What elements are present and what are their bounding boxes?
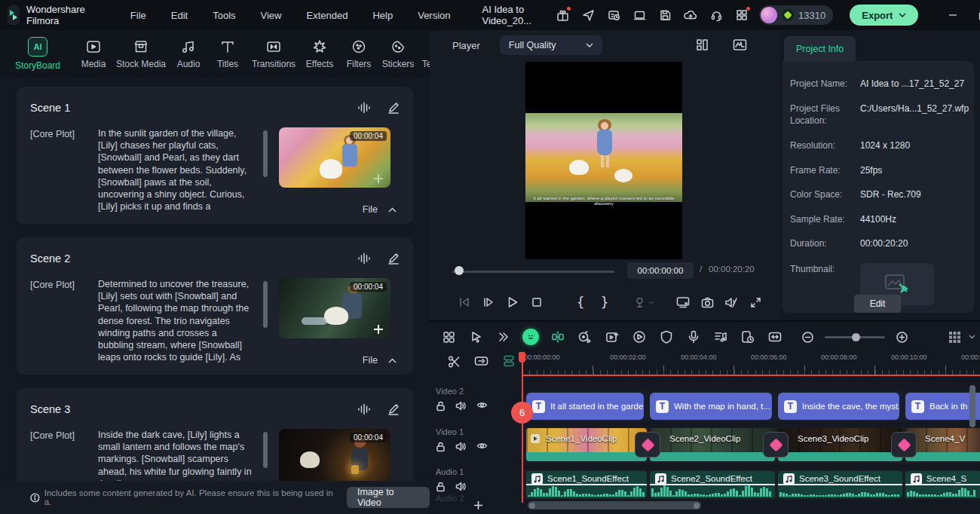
menu-version[interactable]: Version (418, 10, 450, 21)
ai-assistant-icon[interactable] (520, 327, 541, 347)
tab-effects[interactable]: Effects (300, 38, 339, 69)
audio-clip-1[interactable]: Scene1_SoundEffect (526, 471, 647, 498)
track-manager-icon[interactable] (944, 327, 964, 347)
timeline-v-scrollbar[interactable] (969, 385, 975, 427)
quality-dropdown[interactable]: Full Quality (500, 35, 603, 55)
menu-edit[interactable]: Edit (171, 10, 188, 21)
tab-filters[interactable]: Filters (339, 38, 378, 69)
quick-split-icon[interactable] (448, 355, 461, 369)
voiceover-icon[interactable] (357, 102, 371, 114)
mark-in-button[interactable]: { (568, 290, 593, 314)
user-avatar[interactable] (761, 7, 777, 23)
eye-icon[interactable] (476, 442, 488, 452)
video-preview[interactable]: It all started in the garden, where a pl… (525, 62, 682, 259)
menu-tools[interactable]: Tools (213, 10, 235, 21)
link-clips-icon[interactable] (474, 355, 488, 369)
media-browser-icon[interactable] (439, 327, 459, 347)
snap-icon[interactable] (502, 355, 516, 369)
stop-button[interactable] (525, 290, 549, 314)
mute-button[interactable] (719, 290, 743, 314)
play-button[interactable] (501, 290, 525, 314)
clip-duration-icon[interactable] (737, 327, 758, 347)
voiceover-icon[interactable] (357, 252, 371, 265)
scene-1-file-label[interactable]: File (363, 204, 378, 215)
apps-grid-icon[interactable] (729, 5, 755, 26)
timeline-zoom-slider[interactable] (825, 336, 885, 338)
edit-scene-icon[interactable] (387, 252, 400, 265)
chevron-down-icon[interactable] (969, 335, 975, 339)
record-voiceover-icon[interactable] (683, 327, 703, 347)
next-frame-button[interactable] (476, 290, 501, 314)
select-tool-icon[interactable] (466, 327, 486, 347)
edit-scene-icon[interactable] (387, 403, 400, 415)
edit-scene-icon[interactable] (387, 102, 400, 114)
video-clip-2[interactable]: Scene2_VideoClip (650, 428, 775, 461)
lock-icon[interactable] (436, 442, 446, 452)
zoom-out-icon[interactable] (798, 327, 818, 347)
restore-button[interactable] (968, 0, 980, 30)
preview-clip-icon[interactable] (629, 327, 649, 347)
speaker-icon[interactable] (455, 442, 467, 452)
tab-stock-media[interactable]: Stock Media (113, 38, 169, 69)
marker-button[interactable] (627, 290, 660, 314)
menu-view[interactable]: View (261, 10, 282, 21)
audio-clip-4[interactable]: Scene4_S (905, 471, 980, 498)
timeline-ruler[interactable]: 00:00:00:00 00:00:02:00 00:00:04:00 00:0… (522, 352, 980, 378)
device-icon[interactable] (626, 5, 652, 26)
tab-titles[interactable]: Titles (208, 38, 247, 69)
scene-1-text-scrollbar[interactable] (263, 130, 268, 177)
audio-clip-2[interactable]: Scene2_SoundEffect (650, 471, 775, 498)
scene-1-thumbnail[interactable]: 00:00:04 (279, 127, 390, 188)
fullscreen-button[interactable] (743, 290, 767, 314)
more-tools-icon[interactable] (493, 327, 513, 347)
account-coins[interactable]: 13310 (759, 5, 833, 25)
speaker-icon[interactable] (455, 401, 467, 412)
tab-audio[interactable]: Audio (169, 38, 208, 69)
title-clip-3[interactable]: T Inside the cave, the myst... (778, 393, 899, 420)
project-tab-title[interactable]: AI Idea to Video_20... (482, 4, 532, 26)
shield-icon[interactable] (656, 327, 676, 347)
speaker-icon[interactable] (455, 482, 467, 492)
transition-1[interactable] (635, 432, 660, 457)
video-clip-3[interactable]: Scene3_VideoClip (778, 428, 902, 461)
snapshot-button[interactable] (695, 290, 719, 314)
zoom-in-icon[interactable] (892, 327, 912, 347)
scene-1-text[interactable]: In the sunlit garden of the village, [Li… (98, 127, 253, 215)
scene-2-add-icon[interactable] (372, 323, 384, 335)
transition-3[interactable] (891, 432, 917, 457)
scene-2-text-scrollbar[interactable] (263, 281, 268, 328)
playhead-flag[interactable] (519, 352, 525, 363)
menu-file[interactable]: File (130, 10, 146, 21)
transition-2[interactable] (763, 432, 789, 457)
cloud-backup-icon[interactable] (678, 5, 703, 26)
scene-1-add-icon[interactable] (372, 173, 384, 185)
timeline-h-scrollbar[interactable] (528, 501, 701, 509)
title-clip-2[interactable]: T With the map in hand, t... (650, 393, 772, 420)
minimize-button[interactable] (938, 0, 968, 30)
tab-transitions[interactable]: Transitions (247, 38, 300, 69)
voiceover-icon[interactable] (357, 403, 371, 415)
tab-media[interactable]: Media (74, 38, 113, 69)
add-clip-icon[interactable] (602, 327, 622, 347)
preview-scrubber-track[interactable] (452, 271, 614, 273)
scene-2-thumbnail[interactable]: 00:00:04 (279, 278, 390, 338)
previous-frame-button[interactable] (452, 290, 476, 314)
tab-storyboard[interactable]: AI StoryBoard (12, 37, 63, 71)
menu-help[interactable]: Help (372, 10, 393, 21)
lock-icon[interactable] (436, 482, 446, 492)
scene-3-thumbnail[interactable]: 00:00:04 (279, 429, 390, 481)
audio-clip-3[interactable]: Scene3_SoundEffect (778, 471, 902, 498)
fit-timeline-icon[interactable] (764, 327, 785, 347)
scene-2-file-label[interactable]: File (363, 355, 378, 366)
audio-mixer-icon[interactable] (710, 327, 730, 347)
image-to-video-button[interactable]: Image to Video (347, 487, 430, 508)
support-headset-icon[interactable] (703, 5, 729, 26)
mark-out-button[interactable]: } (593, 290, 617, 314)
promote-icon[interactable] (575, 5, 601, 26)
lock-icon[interactable] (436, 401, 446, 412)
task-list-icon[interactable] (601, 5, 626, 26)
scene-2-text[interactable]: Determined to uncover the treasure, [Lil… (98, 278, 253, 366)
render-preview-button[interactable] (671, 290, 695, 314)
scene-count-marker[interactable]: 6 (511, 402, 533, 424)
export-button[interactable]: Export (850, 5, 918, 26)
